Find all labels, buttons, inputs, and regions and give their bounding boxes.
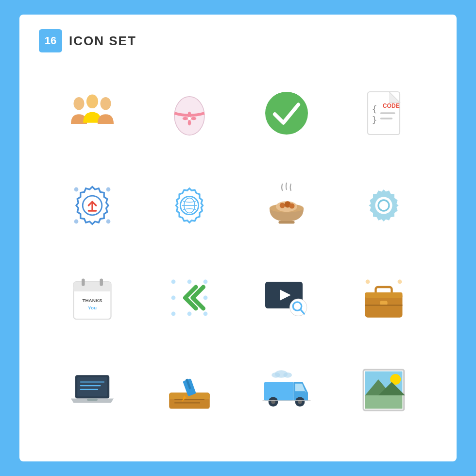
svg-text:}: }: [372, 115, 377, 125]
easter-egg-icon-cell: [146, 72, 233, 154]
icons-grid: { } CODE: [39, 67, 437, 436]
svg-point-20: [106, 187, 111, 192]
svg-rect-38: [100, 278, 103, 286]
svg-point-2: [101, 97, 111, 110]
svg-point-1: [86, 95, 98, 109]
briefcase-icon-cell: [340, 256, 427, 339]
svg-rect-61: [380, 301, 387, 306]
svg-text:CODE: CODE: [383, 102, 400, 109]
svg-point-42: [204, 280, 208, 284]
header: 16 ICON SET: [39, 29, 437, 52]
laptop-icon-cell: [49, 349, 136, 431]
team-icon-cell: [49, 72, 136, 154]
svg-rect-36: [74, 287, 111, 291]
svg-point-41: [171, 280, 176, 284]
video-search-icon: [260, 271, 313, 324]
svg-point-10: [265, 92, 308, 135]
svg-point-54: [366, 280, 370, 284]
svg-point-5: [188, 112, 191, 117]
svg-rect-68: [87, 399, 98, 401]
svg-text:You: You: [88, 305, 97, 310]
svg-point-45: [187, 280, 192, 284]
chevrons-icon: [163, 271, 216, 324]
svg-point-28: [280, 203, 285, 208]
svg-point-19: [74, 187, 79, 192]
svg-text:THANKS: THANKS: [82, 298, 102, 303]
checkmark-icon: [260, 86, 313, 140]
laptop-icon: [66, 363, 119, 417]
svg-point-55: [398, 280, 402, 284]
svg-rect-64: [77, 377, 107, 397]
svg-point-46: [187, 312, 192, 316]
inbox-pen-icon-cell: [146, 349, 233, 431]
network-gear-icon: [66, 179, 119, 232]
global-settings-icon-cell: [146, 164, 233, 247]
svg-point-80: [298, 400, 302, 404]
svg-point-6: [188, 120, 191, 125]
svg-point-30: [289, 204, 295, 209]
svg-point-22: [106, 220, 111, 224]
team-icon: [66, 86, 119, 140]
svg-point-43: [171, 312, 176, 316]
svg-text:{: {: [372, 104, 377, 114]
network-gear-icon-cell: [49, 164, 136, 247]
food-bowl-icon-cell: [243, 164, 330, 247]
settings-gear-icon-cell: [340, 164, 427, 247]
food-bowl-icon: [260, 179, 313, 232]
svg-rect-76: [264, 382, 294, 401]
main-card: 16 ICON SET: [19, 15, 457, 461]
svg-point-21: [74, 220, 79, 224]
page-title: ICON SET: [69, 34, 136, 49]
truck-icon-cell: [243, 349, 330, 431]
chevrons-icon-cell: [146, 256, 233, 339]
svg-point-44: [204, 312, 208, 316]
code-document-icon-cell: { } CODE: [340, 72, 427, 154]
svg-point-47: [171, 296, 176, 300]
video-search-icon-cell: [243, 256, 330, 339]
checkmark-icon-cell: [243, 72, 330, 154]
settings-gear-icon: [357, 179, 410, 232]
code-document-icon: { } CODE: [357, 86, 410, 140]
svg-point-9: [188, 117, 191, 120]
svg-point-0: [74, 97, 85, 110]
svg-point-48: [204, 296, 208, 300]
icon-count-badge: 16: [39, 29, 62, 52]
truck-icon: [260, 363, 313, 417]
thanks-you-icon-cell: THANKS You: [49, 256, 136, 339]
global-settings-icon: [163, 179, 216, 232]
svg-rect-60: [365, 292, 403, 298]
inbox-pen-icon: [163, 363, 216, 417]
svg-point-7: [183, 117, 188, 120]
svg-point-84: [283, 373, 292, 378]
svg-point-8: [191, 117, 196, 120]
svg-point-83: [272, 373, 280, 378]
image-icon: [357, 363, 410, 417]
svg-point-78: [271, 400, 275, 404]
svg-rect-37: [82, 278, 85, 286]
thanks-you-icon: THANKS You: [66, 271, 119, 324]
svg-rect-31: [279, 221, 295, 224]
image-icon-cell: [340, 349, 427, 431]
easter-egg-icon: [163, 86, 216, 140]
briefcase-icon: [357, 271, 410, 324]
svg-rect-90: [365, 395, 403, 409]
